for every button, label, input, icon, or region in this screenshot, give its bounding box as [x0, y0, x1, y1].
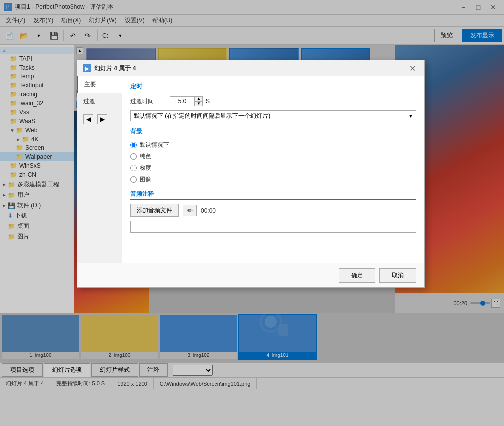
dialog-body: 主要 过渡 ◀ ▶ 定时 过渡时间 ▲ ▼ S: [77, 76, 424, 263]
bg-default-radio[interactable]: [130, 142, 137, 148]
audio-file-input[interactable]: [130, 221, 416, 233]
bg-option-gradient: 梯度: [130, 164, 416, 172]
audio-controls-row: 添加音频文件 ✏ 00:00: [130, 204, 416, 217]
ok-button[interactable]: 确定: [339, 268, 375, 283]
transition-time-input[interactable]: [170, 96, 195, 106]
dialog-title-text: 幻灯片 4 属于 4: [94, 64, 406, 72]
transition-time-label: 过渡时间: [130, 97, 170, 106]
bg-default-label: 默认情况下: [140, 141, 169, 149]
bg-option-solid: 纯色: [130, 152, 416, 161]
transition-time-spinner: ▲ ▼ S: [170, 96, 210, 106]
bg-solid-label: 纯色: [140, 152, 151, 161]
audio-edit-button[interactable]: ✏: [183, 205, 197, 216]
dialog-title-bar: ▶ 幻灯片 4 属于 4 ✕: [77, 60, 424, 76]
audio-time-display: 00:00: [201, 207, 216, 214]
transition-dropdown-row: 默认情况下 (在指定的时间间隔后显示下一个幻灯片) ▼: [130, 110, 416, 121]
time-unit: S: [206, 98, 210, 105]
dialog-nav-transition[interactable]: 过渡: [77, 93, 122, 110]
add-audio-button[interactable]: 添加音频文件: [130, 204, 179, 217]
nav-prev-button[interactable]: ◀: [83, 114, 93, 124]
transition-mode-dropdown-wrapper: 默认情况下 (在指定的时间间隔后显示下一个幻灯片) ▼: [130, 110, 416, 121]
dialog-close-button[interactable]: ✕: [406, 63, 418, 73]
bg-gradient-label: 梯度: [140, 164, 151, 172]
bg-option-image: 图像: [130, 175, 416, 184]
nav-next-button[interactable]: ▶: [97, 114, 107, 124]
audio-input-row: [130, 221, 416, 233]
timing-section-title: 定时: [130, 82, 416, 92]
spin-up-button[interactable]: ▲: [195, 96, 203, 101]
bg-image-radio[interactable]: [130, 176, 137, 183]
dialog-main-content: 定时 过渡时间 ▲ ▼ S 默认情况下 (在指定的时间间隔后显示下一个幻灯片): [122, 76, 424, 263]
spin-buttons: ▲ ▼: [195, 96, 203, 106]
dialog-icon: ▶: [83, 64, 91, 72]
dialog-nav-main[interactable]: 主要: [77, 76, 122, 93]
slide-properties-dialog: ▶ 幻灯片 4 属于 4 ✕ 主要 过渡 ◀ ▶ 定时 过渡时间 ▲ ▼: [77, 60, 425, 288]
cancel-button[interactable]: 取消: [379, 268, 416, 283]
bg-option-default: 默认情况下: [130, 141, 416, 149]
transition-time-row: 过渡时间 ▲ ▼ S: [130, 96, 416, 106]
dialog-footer: 确定 取消: [77, 263, 424, 287]
spin-down-button[interactable]: ▼: [195, 101, 203, 106]
bg-gradient-radio[interactable]: [130, 165, 137, 171]
background-section-title: 背景: [130, 127, 416, 137]
dialog-nav-arrows: ◀ ▶: [77, 110, 122, 128]
background-radio-group: 默认情况下 纯色 梯度 图像: [130, 141, 416, 184]
transition-mode-dropdown[interactable]: 默认情况下 (在指定的时间间隔后显示下一个幻灯片): [130, 110, 416, 121]
dialog-nav: 主要 过渡 ◀ ▶: [77, 76, 122, 263]
bg-solid-radio[interactable]: [130, 153, 137, 160]
audio-section-title: 音频注释: [130, 190, 416, 200]
bg-image-label: 图像: [140, 175, 151, 184]
